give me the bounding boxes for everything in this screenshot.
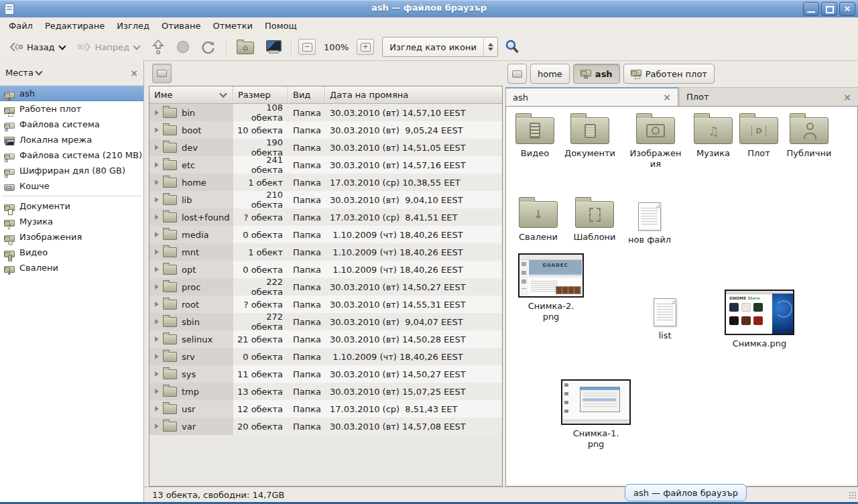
table-row-sys[interactable]: sys 11 обекта Папка 30.03.2010 (вт) 14,5…	[149, 365, 502, 383]
tab-plot[interactable]: Плот ×	[680, 87, 858, 106]
reload-button[interactable]	[196, 36, 221, 58]
icon-pane: home ash Работен плот ash × Плот ×	[505, 60, 858, 487]
expander-icon[interactable]	[155, 336, 159, 342]
tab-close-icon[interactable]: ×	[843, 92, 851, 103]
table-row-usr[interactable]: usr 12 обекта Папка 17.03.2010 (ср) 8,51…	[149, 400, 502, 418]
table-row-sbin[interactable]: sbin 272 обекта Папка 30.03.2010 (вт) 9,…	[149, 313, 502, 330]
table-row-media[interactable]: media 0 обекта Папка 1.10.2009 (чт) 18,4…	[149, 226, 502, 243]
back-button[interactable]: Назад	[4, 38, 71, 56]
close-button[interactable]: ×	[839, 2, 855, 16]
sidebar-item-music[interactable]: Музика	[0, 214, 143, 229]
expander-icon[interactable]	[155, 371, 159, 377]
home-button[interactable]	[232, 36, 259, 58]
expander-icon[interactable]	[155, 406, 159, 412]
root-location-button[interactable]	[152, 64, 172, 83]
expander-icon[interactable]	[155, 162, 159, 168]
table-row-var[interactable]: var 20 обекта Папка 30.03.2010 (вт) 14,5…	[149, 418, 502, 435]
table-row-etc[interactable]: etc 241 обекта Папка 30.03.2010 (вт) 14,…	[149, 156, 502, 174]
tab-close-icon[interactable]: ×	[663, 92, 671, 103]
table-row-boot[interactable]: boot 10 обекта Папка 30.03.2010 (вт) 9,0…	[149, 121, 502, 139]
table-row-home[interactable]: home 1 обект Папка 17.03.2010 (ср) 10,38…	[149, 174, 502, 191]
sidebar-item-desktop[interactable]: Работен плот	[0, 101, 143, 117]
icon-item-templates[interactable]: Шаблони	[566, 197, 623, 243]
maximize-button[interactable]	[821, 2, 837, 16]
table-row-srv[interactable]: srv 0 обекта Папка 1.10.2009 (чт) 18,40,…	[149, 348, 502, 365]
expander-icon[interactable]	[155, 249, 159, 255]
table-row-proc[interactable]: proc 222 обекта Папка 30.03.2010 (вт) 14…	[149, 278, 502, 296]
sidebar-item-ash[interactable]: ash	[0, 86, 143, 101]
table-row-mnt[interactable]: mnt 1 обект Папка 1.10.2009 (чт) 18,40,2…	[149, 243, 502, 261]
sidebar-item-pictures[interactable]: Изображения	[0, 229, 143, 245]
back-history-chevron-icon[interactable]	[58, 42, 66, 50]
zoom-in-button[interactable]: +	[357, 39, 374, 55]
breadcrumb-current-button[interactable]: ash	[573, 64, 620, 84]
sidebar-item-filesystem[interactable]: Файлова система	[0, 117, 143, 132]
icon-item-snimka2[interactable]: GUADEC Снимка-2. png	[517, 253, 585, 322]
sidebar-item-video[interactable]: Видео	[0, 245, 143, 260]
menu-item-0[interactable]: Файл	[3, 19, 39, 33]
column-header-name[interactable]: Име	[149, 86, 233, 103]
expander-icon[interactable]	[155, 214, 159, 220]
sidebar-close-icon[interactable]: ×	[130, 68, 138, 78]
breadcrumb-home-button[interactable]: home	[530, 64, 570, 84]
sidebar-title[interactable]: Места	[5, 68, 34, 78]
icon-item-public[interactable]: Публични	[779, 113, 839, 159]
menu-item-3[interactable]: Отиване	[156, 19, 206, 33]
expander-icon[interactable]	[155, 127, 159, 133]
table-row-tmp[interactable]: tmp 13 обекта Папка 30.03.2010 (вт) 15,0…	[149, 383, 502, 400]
table-row-selinux[interactable]: selinux 21 обекта Папка 30.03.2010 (вт) …	[149, 330, 502, 348]
column-header-type[interactable]: Вид	[288, 86, 325, 103]
expander-icon[interactable]	[155, 232, 159, 237]
table-row-dev[interactable]: dev 190 обекта Папка 30.03.2010 (вт) 14,…	[149, 139, 502, 156]
expander-icon[interactable]	[155, 197, 159, 202]
expander-icon[interactable]	[155, 180, 159, 185]
sidebar-item-downloads[interactable]: Свалени	[0, 260, 143, 275]
view-mode-select[interactable]: Изглед като икони	[382, 37, 498, 57]
stop-button[interactable]	[171, 36, 195, 58]
menu-item-2[interactable]: Изглед	[111, 19, 156, 33]
search-button[interactable]	[499, 36, 525, 58]
zoom-out-button[interactable]: −	[298, 39, 316, 55]
table-row-opt[interactable]: opt 0 обекта Папка 1.10.2009 (чт) 18,40,…	[149, 261, 502, 278]
expander-icon[interactable]	[155, 145, 159, 150]
icon-item-snimka[interactable]: GNOME Store Снимка.png	[725, 290, 794, 349]
expander-icon[interactable]	[155, 267, 159, 272]
expander-icon[interactable]	[155, 284, 159, 290]
breadcrumb-root-button[interactable]	[507, 64, 527, 84]
expander-icon[interactable]	[155, 302, 159, 307]
menu-item-1[interactable]: Редактиране	[39, 19, 111, 33]
expander-icon[interactable]	[155, 110, 159, 115]
breadcrumb-desktop-button[interactable]: Работен плот	[623, 64, 715, 84]
icon-item-documents[interactable]: Документи	[561, 113, 619, 159]
sidebar-item-encrypted-80gb[interactable]: Шифриран дял (80 GB)	[0, 163, 143, 178]
sidebar-item-trash[interactable]: Кошче	[0, 178, 143, 194]
menu-item-4[interactable]: Отметки	[206, 19, 258, 33]
forward-button[interactable]: Напред	[72, 38, 145, 56]
resize-grip[interactable]	[849, 491, 857, 499]
table-row-lib[interactable]: lib 210 обекта Папка 30.03.2010 (вт) 9,0…	[149, 191, 502, 208]
computer-button[interactable]	[260, 36, 286, 58]
minimize-button[interactable]	[803, 2, 819, 16]
sidebar-item-documents[interactable]: Документи	[0, 198, 143, 214]
table-row-lost-found[interactable]: lost+found ? обекта Папка 17.03.2010 (ср…	[149, 208, 502, 226]
up-button[interactable]	[147, 36, 170, 58]
menu-item-5[interactable]: Помощ	[259, 19, 303, 33]
expander-icon[interactable]	[155, 319, 159, 324]
sidebar-item-network[interactable]: Локална мрежа	[0, 132, 143, 147]
expander-icon[interactable]	[155, 424, 159, 429]
icon-item-list[interactable]: list	[636, 293, 694, 341]
sidebar-item-filesystem-210mb[interactable]: Файлова система (210 MB)	[0, 147, 143, 163]
expander-icon[interactable]	[155, 354, 159, 359]
table-row-root[interactable]: root ? обекта Папка 30.03.2010 (вт) 14,5…	[149, 296, 502, 313]
icon-item-pictures[interactable]: Изображен ия	[622, 113, 689, 170]
tab-ash[interactable]: ash ×	[505, 87, 678, 106]
column-header-size[interactable]: Размер	[233, 86, 288, 103]
icon-item-newfile[interactable]: нов файл	[621, 197, 678, 245]
icon-item-downloads[interactable]: Свалени	[509, 197, 567, 243]
icon-item-video[interactable]: Видео	[506, 113, 564, 159]
column-header-date[interactable]: Дата на промяна	[325, 86, 502, 103]
expander-icon[interactable]	[155, 389, 159, 394]
table-row-bin[interactable]: bin 108 обекта Папка 30.03.2010 (вт) 14,…	[149, 104, 502, 121]
sidebar-selector-chevron-icon[interactable]	[35, 68, 42, 75]
icon-item-snimka1[interactable]: Снимка-1. png	[561, 379, 631, 450]
